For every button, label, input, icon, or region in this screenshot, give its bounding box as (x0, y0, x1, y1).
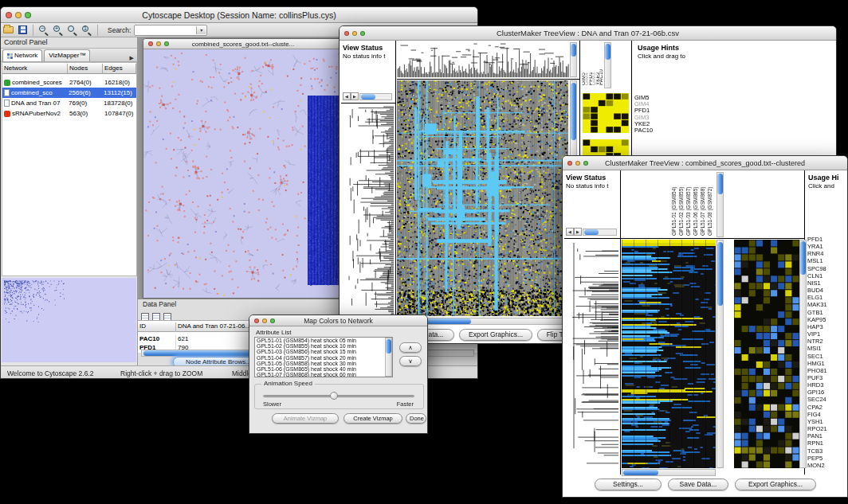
zoom-selected-button[interactable]: 1 (80, 24, 94, 37)
usage-hints-title: Usage Hints (636, 42, 706, 52)
scroll-right-arrow[interactable]: ▶ (351, 92, 359, 100)
data-table-header[interactable]: ID (138, 322, 176, 332)
minimize-button[interactable] (575, 161, 580, 166)
labels-vscrollbar[interactable] (604, 42, 611, 88)
attribute-list-item[interactable]: GPL51-05 (GSM858) heat shock 30 min (255, 361, 392, 366)
close-button[interactable] (254, 318, 259, 323)
heatmap-canvas[interactable] (622, 240, 716, 468)
dialog-button[interactable]: Create Vizmap (344, 413, 402, 424)
network-view-titlebar[interactable]: combined_scores_good.txt--cluste... (143, 39, 343, 49)
scroll-thumb[interactable] (623, 470, 658, 475)
attribute-list-item[interactable]: GPL51-02 (GSM855) heat shock 10 min (255, 343, 392, 349)
scroll-track[interactable] (359, 93, 392, 100)
minimize-button[interactable] (15, 12, 22, 18)
labels-vscrollbar[interactable] (716, 172, 724, 237)
attribute-list-item[interactable]: GPL51-01 (GSM854) heat shock 05 min (255, 338, 392, 343)
gene-label: PFD1 (807, 236, 847, 243)
zoom-heatmap-canvas[interactable] (734, 240, 799, 468)
scroll-thumb[interactable] (605, 44, 610, 60)
chevron-down-icon[interactable]: ▾ (196, 26, 206, 34)
minimize-button[interactable] (352, 31, 357, 36)
move-up-button[interactable]: ∧ (399, 342, 422, 353)
scroll-thumb[interactable] (386, 339, 391, 354)
scroll-thumb[interactable] (717, 242, 723, 306)
network-overview-canvas[interactable] (2, 278, 136, 362)
search-input[interactable]: ▾ (134, 25, 207, 36)
network-table-header[interactable]: Nodes (68, 64, 103, 74)
gene-label: SEC24 (807, 396, 847, 403)
scroll-thumb[interactable] (800, 241, 806, 275)
zoom-in-button[interactable]: + (51, 24, 65, 37)
treeview-button[interactable]: Settings... (595, 479, 662, 490)
gene-label: TCB3 (807, 447, 847, 455)
attribute-list-item[interactable]: GPL51-06 (GSM865) heat shock 40 min (255, 366, 392, 372)
scroll-left-arrow[interactable]: ◀ (566, 228, 574, 236)
dialog-button[interactable]: Animate Vizmap (272, 413, 339, 424)
slider-thumb[interactable] (330, 392, 338, 400)
network-table-header[interactable]: Edges (103, 64, 136, 74)
dendrogram-vscrollbar[interactable] (570, 42, 577, 77)
treeview-button[interactable]: Save Data... (668, 479, 728, 490)
close-button[interactable] (567, 161, 572, 166)
main-titlebar[interactable]: Cytoscape Desktop (Session Name: collins… (1, 7, 477, 23)
animation-speed-slider[interactable] (263, 395, 414, 397)
panel-divider (564, 238, 804, 239)
dialog-button[interactable]: Done (406, 413, 426, 424)
treeview-button[interactable]: Export Graphics... (735, 479, 816, 490)
close-button[interactable] (148, 41, 153, 46)
open-session-button[interactable] (1, 24, 15, 37)
tab-network[interactable]: Network (2, 49, 42, 61)
treeview-dna-titlebar[interactable]: ClusterMaker TreeView : DNA and Tran 07-… (340, 26, 836, 41)
minimize-button[interactable] (156, 41, 161, 46)
network-table-row[interactable]: sRNAPuberNov2563(0)107847(0) (2, 108, 136, 119)
network-table-row[interactable]: combined_scores2764(0)16218(0) (2, 77, 136, 88)
save-session-button[interactable] (15, 24, 29, 37)
scroll-thumb[interactable] (584, 229, 599, 235)
zoom-button[interactable] (583, 161, 588, 166)
tab-overflow-arrow[interactable]: ▶ (127, 55, 137, 61)
treeview-button[interactable]: Export Graphics... (459, 329, 532, 341)
minimize-button[interactable] (262, 318, 267, 323)
column-dendrogram-canvas[interactable] (397, 42, 569, 77)
list-vscrollbar[interactable] (385, 338, 392, 377)
network-table-header[interactable]: Network (2, 64, 68, 74)
scroll-left-arrow[interactable]: ◀ (343, 92, 351, 100)
zoom-out-button[interactable]: − (37, 24, 51, 37)
network-name: sRNAPuberNov2 (12, 110, 69, 117)
attribute-list-item[interactable]: GPL51-07 (GSM868) heat shock 60 min (255, 372, 392, 377)
heatmap-hscrollbar[interactable] (622, 469, 716, 476)
zoom-button[interactable] (270, 318, 275, 323)
scroll-thumb[interactable] (717, 174, 723, 194)
zoom-button[interactable] (25, 12, 31, 18)
row-dendrogram-canvas[interactable] (564, 240, 618, 468)
scroll-thumb[interactable] (571, 44, 576, 57)
heatmap-canvas[interactable] (397, 80, 568, 316)
scroll-track[interactable] (583, 229, 617, 236)
network-table-row[interactable]: DNA and Tran 07769(0)183728(0) (2, 98, 136, 108)
attribute-list[interactable]: GPL51-01 (GSM854) heat shock 05 minGPL51… (254, 337, 393, 377)
attribute-list-item[interactable]: GPL51-04 (GSM857) heat shock 20 min (255, 355, 392, 361)
network-table-row[interactable]: combined_sco2569(6)13112(15) (2, 88, 136, 98)
network-canvas[interactable] (143, 49, 343, 298)
zoom-vscrollbar[interactable] (799, 240, 807, 468)
scroll-right-arrow[interactable]: ▶ (574, 228, 582, 236)
move-down-button[interactable]: ∨ (399, 356, 422, 366)
dialog-titlebar[interactable]: Map Colors to Network (249, 315, 427, 326)
zoom-matrix-canvas[interactable] (583, 93, 629, 133)
scroll-thumb[interactable] (571, 83, 576, 140)
treeview-combined-titlebar[interactable]: ClusterMaker TreeView : combined_scores_… (563, 156, 847, 170)
tab-vizmapper[interactable]: VizMapper™ (44, 49, 90, 61)
toolbar-separator (33, 25, 33, 36)
zoom-button[interactable] (360, 31, 365, 36)
close-button[interactable] (344, 31, 349, 36)
gene-label: MSL1 (807, 257, 847, 264)
zoom-fit-button[interactable] (65, 24, 80, 37)
attribute-list-items: GPL51-01 (GSM854) heat shock 05 minGPL51… (255, 338, 392, 377)
close-button[interactable] (6, 12, 12, 18)
heatmap-vscrollbar[interactable] (716, 240, 724, 468)
scroll-thumb[interactable] (361, 94, 375, 100)
attribute-list-item[interactable]: GPL51-03 (GSM856) heat shock 15 min (255, 349, 392, 354)
zoom-button[interactable] (164, 41, 169, 46)
row-dendrogram-canvas[interactable] (341, 106, 394, 316)
gene-label: RPN1 (807, 440, 847, 447)
